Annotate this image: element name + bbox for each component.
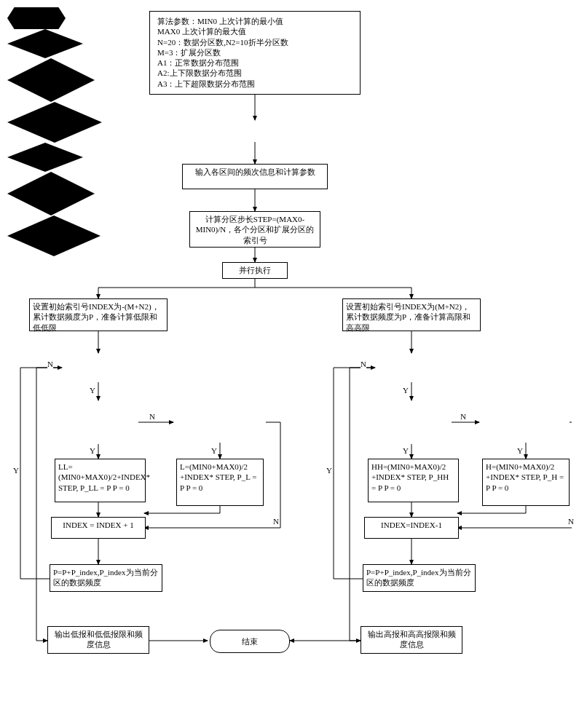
yn-label: N bbox=[460, 412, 466, 421]
input-box: 输入各区间的频次信息和计算参数 bbox=[182, 164, 328, 189]
left-init-box: 设置初始索引号INDEX为-(M+N2)，累计数据频度为P，准备计算低限和低低限 bbox=[29, 298, 168, 331]
right-dec1: INDEX >0? bbox=[7, 143, 83, 172]
left-proc-ll: LL=(MIN0+MAX0)/2+INDEX* STEP, P_LL = P P… bbox=[55, 459, 146, 502]
left-proc-l: L=(MIN0+MAX0)/2 +INDEX* STEP, P_L = P P … bbox=[176, 459, 264, 506]
yn-label: Y bbox=[13, 466, 19, 475]
parallel-box: 并行执行 bbox=[222, 262, 288, 279]
right-dec2: P_HH=0 并且P >= A3/2 bbox=[7, 172, 95, 215]
left-accum: P=P+P_index,P_index为当前分区的数据频度 bbox=[50, 564, 162, 592]
left-incr: INDEX = INDEX + 1 bbox=[51, 517, 146, 539]
yn-label: N bbox=[149, 412, 155, 421]
end-node: 结束 bbox=[210, 630, 290, 653]
right-decr: INDEX=INDEX-1 bbox=[364, 517, 459, 539]
yn-label: N bbox=[47, 360, 53, 368]
yn-label: Y bbox=[90, 446, 95, 455]
left-output: 输出低报和低低报限和频度信息 bbox=[47, 626, 149, 654]
right-accum: P=P+P_index,P_index为当前分区的数据频度 bbox=[363, 564, 476, 592]
right-proc-h: H=(MIN0+MAX0)/2 +INDEX* STEP, P_H = P P … bbox=[482, 459, 570, 506]
left-dec2: P_LL=0 并且P >= A3/2 bbox=[7, 58, 95, 102]
yn-label: N bbox=[568, 517, 574, 526]
yn-label: Y bbox=[403, 446, 409, 455]
yn-label: Y bbox=[326, 466, 332, 475]
yn-label: N bbox=[361, 360, 366, 368]
left-dec3: P_L=0 并且P >= A2/2或者(P+P_LL)>=(A2+A3)/2 bbox=[7, 102, 102, 143]
right-init-box: 设置初始索引号INDEX为(M+N2)，累计数据频度为P，准备计算高限和高高限 bbox=[342, 298, 481, 331]
right-output: 输出高报和高高报限和频度信息 bbox=[361, 626, 462, 654]
yn-label: Y bbox=[211, 446, 217, 455]
param-title: 算法参数： bbox=[157, 17, 197, 25]
calc-step-box: 计算分区步长STEP=(MAX0-MIN0)/N，各个分区和扩展分区的索引号 bbox=[189, 211, 320, 248]
start-node: 准备 bbox=[7, 7, 66, 29]
right-proc-hh: HH=(MIN0+MAX0)/2 +INDEX* STEP, P_HH = P … bbox=[368, 459, 459, 502]
yn-label: Y bbox=[403, 386, 409, 395]
yn-label: N bbox=[273, 517, 279, 526]
yn-label: Y bbox=[90, 386, 95, 395]
params-box: 算法参数：MIN0 上次计算的最小值 MAX0 上次计算的最大值 N=20：数据… bbox=[149, 11, 361, 95]
right-dec3: P_H=0 并且P >= A2/2或者(P+P_HH)>=(A2+A3)/2 bbox=[7, 215, 101, 256]
left-dec1: INDEX <0? bbox=[7, 29, 83, 58]
yn-label: Y bbox=[517, 446, 523, 455]
flowchart: 算法参数：MIN0 上次计算的最小值 MAX0 上次计算的最大值 N=20：数据… bbox=[7, 7, 572, 721]
